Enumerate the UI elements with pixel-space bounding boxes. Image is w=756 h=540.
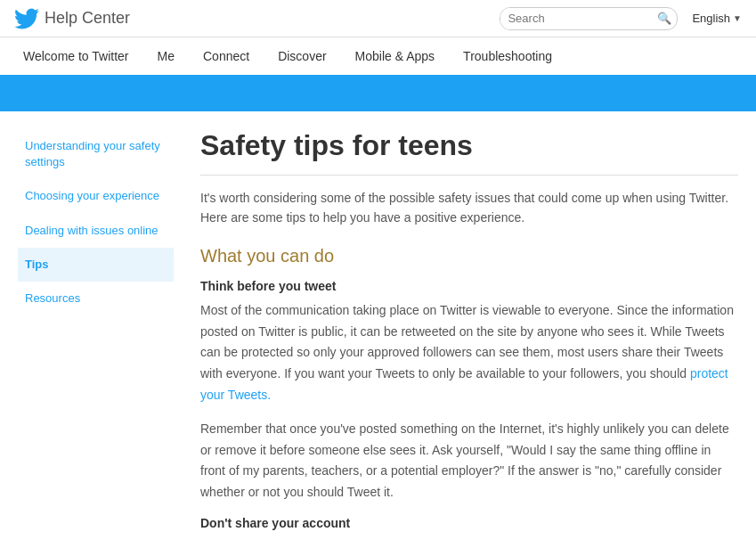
remember-body-text: Remember that once you've posted somethi… bbox=[200, 419, 738, 503]
nav-item-mobile-apps[interactable]: Mobile & Apps bbox=[341, 37, 450, 75]
nav-item-troubleshooting[interactable]: Troubleshooting bbox=[449, 37, 566, 75]
language-selector[interactable]: English ▼ bbox=[692, 12, 742, 25]
search-input[interactable] bbox=[500, 8, 652, 29]
blue-banner bbox=[0, 78, 756, 111]
intro-text: It's worth considering some of the possi… bbox=[200, 188, 738, 228]
dont-share-account-heading: Don't share your account bbox=[200, 516, 738, 530]
search-button[interactable]: 🔍 bbox=[652, 12, 677, 25]
sidebar-item-tips[interactable]: Tips bbox=[18, 248, 174, 282]
sidebar: Understanding your safety settings Choos… bbox=[18, 129, 183, 537]
nav-item-welcome[interactable]: Welcome to Twitter bbox=[9, 37, 143, 75]
think-before-tweet-body: Most of the communication taking place o… bbox=[200, 300, 738, 406]
nav: Welcome to Twitter Me Connect Discover M… bbox=[0, 37, 756, 78]
think-body-text: Most of the communication taking place o… bbox=[200, 303, 734, 380]
main-content: Understanding your safety settings Choos… bbox=[0, 111, 756, 537]
nav-item-connect[interactable]: Connect bbox=[189, 37, 264, 75]
sidebar-item-choosing[interactable]: Choosing your experience bbox=[18, 179, 174, 213]
language-label: English bbox=[692, 12, 730, 25]
divider bbox=[200, 175, 738, 176]
sidebar-item-dealing[interactable]: Dealing with issues online bbox=[18, 214, 174, 248]
sidebar-item-understanding[interactable]: Understanding your safety settings bbox=[18, 129, 174, 179]
article-content: Safety tips for teens It's worth conside… bbox=[183, 129, 756, 537]
think-before-tweet-heading: Think before you tweet bbox=[200, 279, 738, 293]
logo-area: Help Center bbox=[14, 6, 130, 31]
site-title: Help Center bbox=[45, 9, 130, 28]
chevron-down-icon: ▼ bbox=[733, 13, 742, 23]
nav-item-discover[interactable]: Discover bbox=[264, 37, 340, 75]
section-heading: What you can do bbox=[200, 246, 738, 266]
sidebar-item-resources[interactable]: Resources bbox=[18, 282, 174, 315]
page-title: Safety tips for teens bbox=[200, 129, 738, 162]
nav-item-me[interactable]: Me bbox=[143, 37, 189, 75]
twitter-logo bbox=[14, 6, 39, 31]
header: Help Center 🔍 English ▼ bbox=[0, 0, 756, 37]
search-form: 🔍 bbox=[500, 7, 678, 30]
